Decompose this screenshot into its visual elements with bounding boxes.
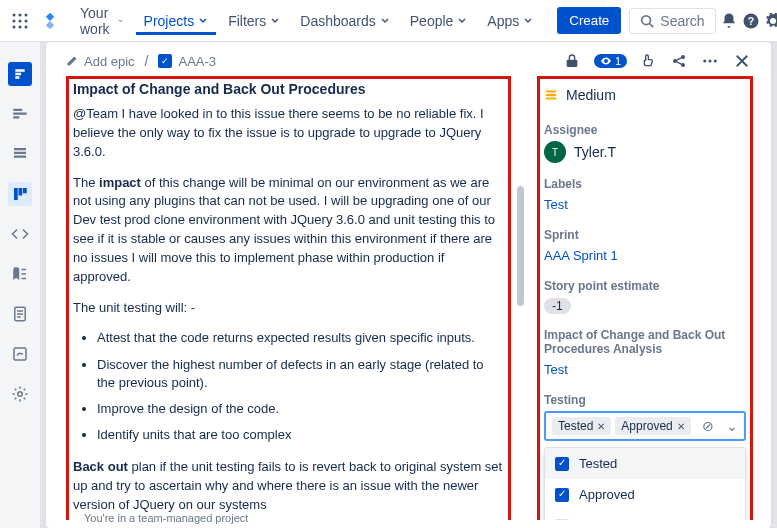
jira-logo-icon[interactable] bbox=[40, 11, 60, 31]
nav-apps[interactable]: Apps bbox=[479, 7, 541, 35]
nav-people[interactable]: People bbox=[402, 7, 476, 35]
notifications-icon[interactable] bbox=[720, 7, 738, 35]
svg-point-6 bbox=[13, 25, 16, 28]
create-button[interactable]: Create bbox=[557, 7, 621, 34]
svg-point-3 bbox=[13, 19, 16, 22]
nav-projects[interactable]: Projects bbox=[136, 7, 217, 35]
nav-filters[interactable]: Filters bbox=[220, 7, 288, 35]
search-icon bbox=[640, 14, 654, 28]
svg-point-7 bbox=[19, 25, 22, 28]
help-icon[interactable]: ? bbox=[742, 7, 760, 35]
nav-dashboards[interactable]: Dashboards bbox=[292, 7, 398, 35]
svg-point-9 bbox=[642, 15, 651, 24]
svg-point-4 bbox=[19, 19, 22, 22]
nav-your-work[interactable]: Your work bbox=[72, 0, 132, 42]
svg-point-8 bbox=[25, 25, 28, 28]
svg-point-5 bbox=[25, 19, 28, 22]
settings-icon[interactable] bbox=[764, 7, 777, 35]
svg-point-2 bbox=[25, 13, 28, 16]
apps-switcher-icon[interactable] bbox=[12, 9, 28, 33]
svg-point-0 bbox=[13, 13, 16, 16]
search-input[interactable]: Search bbox=[629, 8, 715, 34]
svg-point-1 bbox=[19, 13, 22, 16]
svg-text:?: ? bbox=[747, 14, 753, 26]
top-nav: Your work Projects Filters Dashboards Pe… bbox=[0, 0, 777, 42]
